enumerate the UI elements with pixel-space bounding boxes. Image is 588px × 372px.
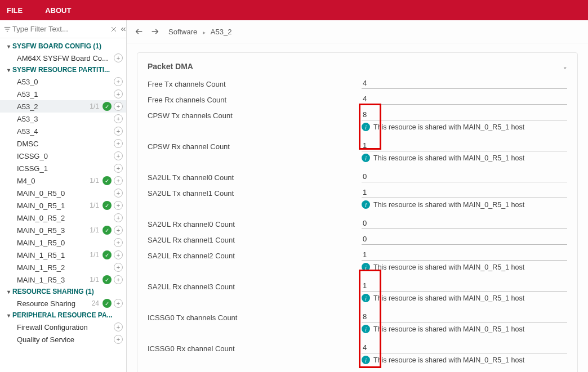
nav-back-button[interactable] (132, 25, 146, 38)
tree: ▾ SYSFW BOARD CONFIG (1) AM64X SYSFW Boa… (0, 38, 126, 372)
chevron-down-icon: ▾ (5, 289, 12, 295)
info-note: iThis resource is shared with MAIN_0_R5_… (362, 154, 567, 162)
sidebar-item-m4-0[interactable]: M4_01/1✓+ (0, 174, 126, 187)
sidebar-item-dmsc[interactable]: DMSC+ (0, 137, 126, 150)
add-icon[interactable]: + (114, 213, 123, 222)
chevron-down-icon: ▾ (5, 312, 12, 319)
sidebar-item-main0r51[interactable]: MAIN_0_R5_11/1✓+ (0, 199, 126, 212)
add-icon[interactable]: + (114, 53, 123, 62)
add-icon[interactable]: + (114, 335, 123, 344)
info-note: iThis resource is shared with MAIN_0_R5_… (362, 294, 567, 302)
sa2ul-rx1-input[interactable]: 0 (362, 235, 567, 245)
info-note: iThis resource is shared with MAIN_0_R5_… (362, 356, 567, 364)
sidebar-item-am64x-board[interactable]: AM64X SYSFW Board Co... + (0, 52, 126, 64)
add-icon[interactable]: + (114, 250, 123, 259)
packet-dma-header[interactable]: Packet DMA ⌄ (148, 60, 567, 79)
add-icon[interactable]: + (114, 127, 123, 136)
info-note: iThis resource is shared with MAIN_0_R5_… (362, 263, 567, 271)
field-label: SA2UL Tx channel0 Count (148, 172, 362, 182)
sidebar-item-a53-4[interactable]: A53_4+ (0, 125, 126, 137)
add-icon[interactable]: + (114, 238, 123, 247)
sa2ul-tx0-input[interactable]: 0 (362, 172, 567, 182)
sa2ul-rx3-input[interactable]: 1 (362, 281, 567, 292)
free-tx-input[interactable]: 4 (362, 79, 567, 89)
check-icon: ✓ (103, 299, 112, 308)
add-icon[interactable]: + (114, 102, 123, 111)
add-icon[interactable]: + (114, 201, 123, 210)
add-icon[interactable]: + (114, 176, 123, 185)
info-icon: i (362, 325, 370, 333)
clear-filter-icon[interactable] (110, 24, 117, 35)
add-icon[interactable]: + (114, 89, 123, 98)
field-label: SA2UL Rx channel0 Count (148, 219, 362, 228)
add-icon[interactable]: + (114, 114, 123, 123)
about-menu[interactable]: ABOUT (45, 6, 71, 15)
icssg0-rx-input[interactable]: 4 (362, 343, 567, 353)
info-icon: i (362, 356, 370, 364)
group-resource-sharing[interactable]: ▾ RESOURCE SHARING (1) (0, 286, 126, 297)
sidebar-item-resource-sharing[interactable]: Resource Sharing24✓+ (0, 297, 126, 310)
info-icon: i (362, 154, 370, 162)
sidebar: ▾ SYSFW BOARD CONFIG (1) AM64X SYSFW Boa… (0, 20, 127, 372)
add-icon[interactable]: + (114, 275, 123, 284)
sidebar-item-a53-0[interactable]: A53_0+ (0, 75, 126, 88)
add-icon[interactable]: + (114, 189, 123, 198)
add-icon[interactable]: + (114, 139, 123, 148)
add-icon[interactable]: + (114, 322, 123, 331)
add-icon[interactable]: + (114, 226, 123, 235)
filter-icon (3, 24, 11, 35)
sidebar-item-main0r53[interactable]: MAIN_0_R5_31/1✓+ (0, 224, 126, 236)
sidebar-item-firewall-config[interactable]: Firewall Configuration+ (0, 321, 126, 333)
sa2ul-rx0-input[interactable]: 0 (362, 219, 567, 229)
cpsw-tx-input[interactable]: 8 (362, 110, 567, 120)
collapse-sidebar-icon[interactable] (119, 24, 127, 35)
field-label: SA2UL Rx channel2 Count (148, 250, 362, 260)
breadcrumb-software[interactable]: Software (168, 28, 197, 36)
add-icon[interactable]: + (114, 164, 123, 173)
sidebar-item-a53-1[interactable]: A53_1+ (0, 88, 126, 100)
sidebar-item-icssg0[interactable]: ICSSG_0+ (0, 150, 126, 162)
check-icon: ✓ (103, 275, 112, 284)
sidebar-item-main0r52[interactable]: MAIN_0_R5_2+ (0, 212, 126, 224)
sidebar-item-main1r51[interactable]: MAIN_1_R5_11/1✓+ (0, 249, 126, 261)
breadcrumb-a53-2[interactable]: A53_2 (211, 28, 232, 36)
sidebar-item-main0r50[interactable]: MAIN_0_R5_0+ (0, 187, 126, 199)
nav-forward-button[interactable] (148, 25, 162, 38)
sa2ul-tx1-input[interactable]: 1 (362, 188, 567, 198)
field-label: ICSSG0 Tx channels Count (148, 312, 362, 322)
add-icon[interactable]: + (114, 299, 123, 308)
filterbar (0, 20, 126, 38)
info-icon: i (362, 200, 370, 209)
group-sysfw-board-config[interactable]: ▾ SYSFW BOARD CONFIG (1) (0, 41, 126, 52)
field-label: CPSW Tx channels Count (148, 110, 362, 120)
check-icon: ✓ (103, 176, 112, 185)
cpsw-rx-input[interactable]: 1 (362, 141, 567, 151)
icssg0-tx-input[interactable]: 8 (362, 312, 567, 322)
free-rx-input[interactable]: 4 (362, 95, 567, 105)
sidebar-item-icssg1[interactable]: ICSSG_1+ (0, 162, 126, 174)
add-icon[interactable]: + (114, 263, 123, 272)
breadcrumb-sep-icon: ▸ (203, 29, 206, 35)
sa2ul-rx2-input[interactable]: 1 (362, 250, 567, 261)
sidebar-item-main1r52[interactable]: MAIN_1_R5_2+ (0, 261, 126, 274)
field-label: ICSSG0 Rx channel Count (148, 343, 362, 353)
file-menu[interactable]: FILE (7, 6, 23, 15)
add-icon[interactable]: + (114, 151, 123, 160)
check-icon: ✓ (103, 250, 112, 259)
filter-input[interactable] (11, 23, 108, 35)
info-icon: i (362, 294, 370, 302)
sidebar-item-a53-3[interactable]: A53_3+ (0, 113, 126, 125)
sidebar-item-qos[interactable]: Quality of Service+ (0, 333, 126, 346)
chevron-down-icon: ▾ (5, 43, 12, 50)
menubar: FILE ABOUT (0, 0, 588, 20)
field-label: CPSW Rx channel Count (148, 141, 362, 151)
check-icon: ✓ (103, 201, 112, 210)
add-icon[interactable]: + (114, 77, 123, 86)
info-icon: i (362, 123, 370, 131)
content: Software ▸ A53_2 Packet DMA ⌄ Free Tx ch… (127, 20, 588, 372)
sidebar-item-main1r53[interactable]: MAIN_1_R5_31/1✓+ (0, 274, 126, 286)
group-sysfw-resource-partition[interactable]: ▾ SYSFW RESOURCE PARTITI... (0, 64, 126, 75)
group-peripheral-resource[interactable]: ▾ PERIPHERAL RESOURCE PA... (0, 310, 126, 321)
sidebar-item-main1r50[interactable]: MAIN_1_R5_0+ (0, 236, 126, 249)
sidebar-item-a53-2[interactable]: A53_21/1✓+ (0, 100, 126, 113)
